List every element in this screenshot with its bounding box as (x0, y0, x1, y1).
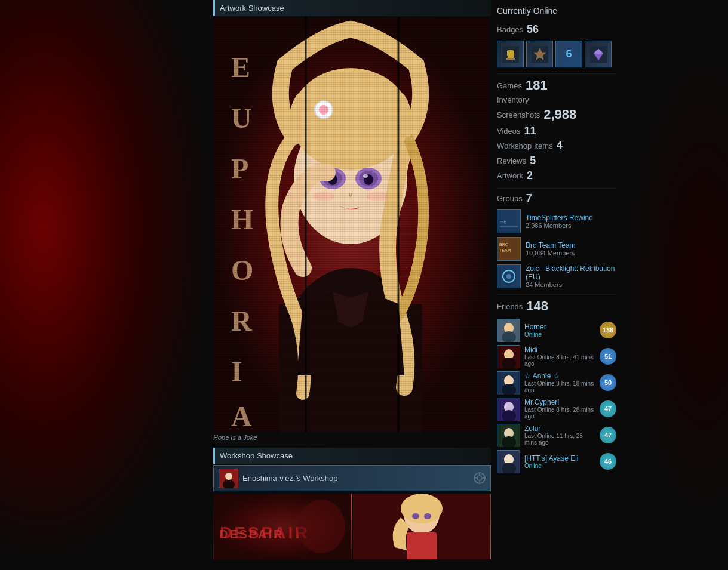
workshop-items-label: Workshop Items (497, 141, 553, 150)
groups-label: Groups (497, 194, 523, 203)
friend-level-midi: 51 (600, 348, 616, 365)
friend-name-ayase: [HTT.s] Ayase Eli (524, 454, 595, 463)
svg-rect-59 (500, 226, 518, 227)
friend-horner[interactable]: Horner Online 138 (497, 319, 616, 341)
group-members-zoic: 24 Members (526, 281, 616, 288)
games-value: 181 (526, 78, 548, 93)
svg-point-31 (225, 473, 232, 480)
group-avatar-zoic (497, 264, 521, 288)
workshop-showcase: Workshop Showcase Enoshima-v.ez.'s Works… (213, 448, 491, 559)
friend-ayase[interactable]: [HTT.s] Ayase Eli Online 46 (497, 450, 616, 473)
workshop-items-value: 4 (557, 140, 563, 152)
stat-videos[interactable]: Videos 11 (497, 125, 616, 137)
stat-games[interactable]: Games 181 (497, 78, 616, 93)
stat-artwork[interactable]: Artwork 2 (497, 170, 616, 182)
stat-reviews[interactable]: Reviews 5 (497, 155, 616, 167)
badges-icons: 6 (497, 41, 616, 67)
friend-status-horner: Online (524, 331, 595, 338)
svg-point-65 (506, 274, 511, 279)
stat-screenshots[interactable]: Screenshots 2,988 (497, 107, 616, 122)
svg-point-10 (320, 168, 346, 189)
group-broteam[interactable]: BRO TEAM Bro Team Team 10,064 Members (497, 237, 616, 261)
friend-annie[interactable]: ☆ Annie ☆ Last Online 8 hrs, 18 mins ago… (497, 371, 616, 394)
groups-section: Groups 7 TS TimeSplitters Rewind 2,986 M… (497, 192, 616, 288)
svg-text:R: R (231, 305, 253, 337)
svg-point-48 (424, 513, 431, 519)
friend-status-annie: Last Online 8 hrs, 18 mins ago (524, 380, 595, 393)
stat-inventory[interactable]: Inventory (497, 95, 616, 104)
svg-point-47 (412, 513, 419, 519)
artwork-showcase-header: Artwork Showcase (213, 0, 491, 16)
svg-point-15 (364, 174, 373, 185)
svg-point-13 (359, 171, 378, 186)
videos-value: 11 (524, 125, 536, 137)
divider-3 (497, 294, 616, 295)
friend-avatar-annie (497, 371, 520, 394)
badges-count: 56 (527, 23, 539, 36)
workshop-title-text: Enoshima-v.ez.'s Workshop (242, 474, 469, 483)
group-members-timesplitters: 2,986 Members (526, 222, 616, 229)
badge-2[interactable] (526, 41, 553, 67)
screenshots-label: Screenshots (497, 110, 540, 119)
divider-2 (497, 188, 616, 189)
artwork-caption: Hope Is a Joke (213, 432, 491, 443)
svg-point-14 (328, 174, 337, 185)
workshop-image-right[interactable] (353, 494, 492, 559)
friend-mrcypher[interactable]: Mr.Cypher! Last Online 8 hrs, 28 mins ag… (497, 398, 616, 420)
workshop-images: DESPAIR (213, 494, 491, 559)
stat-workshop-items[interactable]: Workshop Items 4 (497, 140, 616, 152)
artwork-svg: E U P H O R I A (213, 17, 488, 432)
svg-rect-46 (407, 532, 437, 559)
friends-section: Friends 148 Horner Online (497, 298, 616, 473)
group-timesplitters[interactable]: TS TimeSplitters Rewind 2,986 Members (497, 209, 616, 233)
svg-rect-5 (336, 202, 365, 238)
friend-avatar-ayase (497, 450, 520, 473)
artwork-image[interactable]: E U P H O R I A (213, 17, 488, 432)
svg-point-11 (355, 168, 382, 189)
svg-text:P: P (231, 153, 248, 184)
friend-name-mrcypher: Mr.Cypher! (524, 398, 595, 406)
svg-text:I: I (231, 356, 242, 387)
svg-point-8 (315, 101, 333, 119)
friend-level-annie: 50 (600, 374, 616, 391)
svg-point-12 (323, 171, 342, 186)
friend-status-zolur: Last Online 11 hrs, 28 mins ago (524, 433, 595, 446)
friend-name-zolur: Zolur (524, 424, 595, 433)
svg-point-3 (279, 268, 422, 432)
reviews-value: 5 (530, 155, 536, 167)
groups-count: 7 (526, 192, 532, 205)
svg-point-7 (291, 68, 410, 170)
badges-row: Badges 56 (497, 23, 616, 36)
artwork-label: Artwork (497, 171, 523, 180)
main-container: Artwork Showcase (213, 0, 728, 570)
badge-3[interactable]: 6 (555, 41, 582, 67)
friend-info-ayase: [HTT.s] Ayase Eli Online (524, 454, 595, 469)
svg-text:U: U (231, 102, 252, 134)
stats-section: Games 181 Inventory Screenshots 2,988 Vi… (497, 78, 616, 182)
workshop-image-left[interactable]: DESPAIR (213, 494, 352, 559)
friend-midi[interactable]: Midi Last Online 8 hrs, 41 mins ago 51 (497, 345, 616, 368)
friend-level-mrcypher: 47 (600, 400, 616, 417)
svg-point-17 (363, 174, 368, 178)
games-label: Games (497, 81, 522, 90)
svg-text:E: E (231, 51, 250, 83)
friend-zolur[interactable]: Zolur Last Online 11 hrs, 28 mins ago 47 (497, 424, 616, 446)
badge-1[interactable] (497, 41, 524, 67)
group-avatar-timesplitters: TS (497, 209, 521, 233)
friend-status-mrcypher: Last Online 8 hrs, 28 mins ago (524, 406, 595, 420)
svg-point-34 (477, 476, 482, 480)
svg-text:TEAM: TEAM (499, 248, 511, 252)
group-zoic[interactable]: Zoic - Blacklight: Retribution (EU) 24 M… (497, 264, 616, 288)
group-name-broteam: Bro Team Team (526, 241, 616, 249)
friend-status-midi: Last Online 8 hrs, 41 mins ago (524, 354, 595, 367)
group-info-timesplitters: TimeSplitters Rewind 2,986 Members (526, 214, 616, 229)
svg-rect-0 (213, 17, 488, 432)
workshop-avatar (219, 469, 238, 488)
group-name-zoic: Zoic - Blacklight: Retribution (EU) (526, 264, 616, 281)
group-info-zoic: Zoic - Blacklight: Retribution (EU) 24 M… (526, 264, 616, 288)
svg-text:A: A (231, 400, 252, 432)
workshop-bar[interactable]: Enoshima-v.ez.'s Workshop (213, 465, 491, 491)
divider-1 (497, 73, 616, 74)
badge-4[interactable] (585, 41, 612, 67)
screenshots-value: 2,988 (543, 107, 576, 122)
